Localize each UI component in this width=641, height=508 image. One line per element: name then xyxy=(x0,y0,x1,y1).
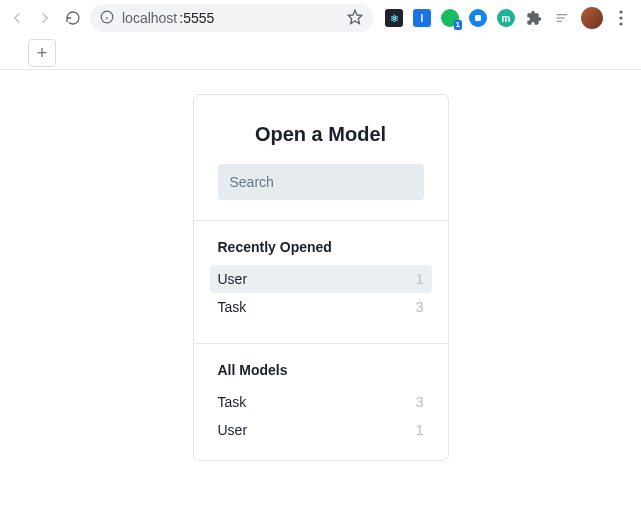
panel-head: Open a Model xyxy=(194,95,448,220)
add-tab-button[interactable]: + xyxy=(28,39,56,67)
extension-green-icon[interactable]: 1 xyxy=(441,9,459,27)
list-item[interactable]: Task3 xyxy=(210,293,432,321)
svg-point-10 xyxy=(619,22,622,25)
list-item-count: 3 xyxy=(416,394,424,410)
extensions-menu-icon[interactable] xyxy=(525,9,543,27)
page-content: Open a Model Recently Opened User1Task3 … xyxy=(0,70,641,461)
open-model-panel: Open a Model Recently Opened User1Task3 … xyxy=(193,94,449,461)
bookmark-star-icon[interactable] xyxy=(347,9,363,28)
list-item-count: 1 xyxy=(416,271,424,287)
recent-list: User1Task3 xyxy=(218,265,424,321)
all-list: Task3User1 xyxy=(218,388,424,444)
reading-list-icon[interactable] xyxy=(553,9,571,27)
site-info-icon[interactable] xyxy=(100,10,114,27)
react-devtools-icon[interactable]: ⚛ xyxy=(385,9,403,27)
list-item-name: User xyxy=(218,422,248,438)
svg-rect-4 xyxy=(475,15,481,21)
section-title-all: All Models xyxy=(218,362,424,378)
extension-badge: 1 xyxy=(454,20,462,30)
url-port: :5555 xyxy=(179,10,214,26)
address-bar[interactable]: localhost :5555 xyxy=(90,4,373,32)
back-button[interactable] xyxy=(8,9,26,27)
extension-m-icon[interactable]: m xyxy=(497,9,515,27)
list-item-name: Task xyxy=(218,299,247,315)
search-field-wrap[interactable] xyxy=(218,164,424,200)
list-item[interactable]: User1 xyxy=(210,416,432,444)
list-item-count: 1 xyxy=(416,422,424,438)
list-item-name: Task xyxy=(218,394,247,410)
list-item-name: User xyxy=(218,271,248,287)
forward-button[interactable] xyxy=(36,9,54,27)
browser-toolbar: localhost :5555 ⚛ I 1 m xyxy=(0,0,641,36)
svg-point-9 xyxy=(619,16,622,19)
tab-strip: + xyxy=(0,36,641,70)
url-host: localhost xyxy=(122,10,177,26)
list-item[interactable]: User1 xyxy=(210,265,432,293)
list-item[interactable]: Task3 xyxy=(210,388,432,416)
section-title-recent: Recently Opened xyxy=(218,239,424,255)
extension-icons: ⚛ I 1 m xyxy=(381,7,633,29)
all-models-section: All Models Task3User1 xyxy=(194,343,448,460)
extension-pocket-icon[interactable] xyxy=(469,9,487,27)
nav-icons xyxy=(8,9,82,27)
svg-marker-3 xyxy=(348,10,361,23)
svg-point-8 xyxy=(619,10,622,13)
search-input[interactable] xyxy=(230,174,412,190)
chrome-menu-icon[interactable] xyxy=(613,9,629,27)
recently-opened-section: Recently Opened User1Task3 xyxy=(194,220,448,343)
reload-button[interactable] xyxy=(64,9,82,27)
list-item-count: 3 xyxy=(416,299,424,315)
panel-title: Open a Model xyxy=(218,123,424,146)
profile-avatar[interactable] xyxy=(581,7,603,29)
extension-blue-icon[interactable]: I xyxy=(413,9,431,27)
